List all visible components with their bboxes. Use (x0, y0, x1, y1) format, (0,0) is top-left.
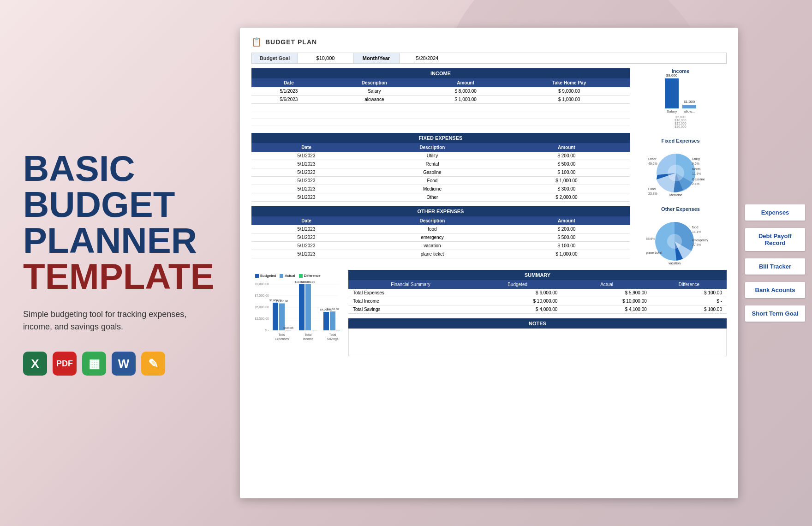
svg-point-14 (667, 234, 682, 249)
fe-col-amount: Amount (503, 143, 630, 152)
svg-text:food: food (692, 226, 699, 229)
fixed-expenses-pie: Utility 9.5% Rental 11.9% Gasoline 2.4% … (648, 146, 713, 197)
legend-actual (280, 274, 283, 278)
svg-text:2.4%: 2.4% (692, 182, 699, 185)
title-line2: BUDGET (23, 186, 217, 222)
summary-table: Financial Summary Budgeted Actual Differ… (348, 280, 727, 314)
app-icons-row: X PDF ▦ W ✎ (23, 352, 217, 376)
pages-icon: ✎ (141, 352, 165, 376)
budget-icon: 📋 (251, 37, 262, 47)
svg-text:Total: Total (279, 333, 286, 336)
month-year-value: 5/28/2024 (400, 53, 455, 63)
sidebar-bill-btn[interactable]: Bill Tracker (745, 258, 805, 275)
svg-rect-50 (330, 311, 335, 330)
svg-text:Income: Income (303, 337, 314, 341)
income-section: INCOME Date Description Amount Take Home… (251, 68, 727, 128)
svg-text:Expenses: Expenses (275, 337, 289, 341)
svg-text:Medicine: Medicine (669, 193, 682, 197)
fixed-expenses-table: FIXED EXPENSES Date Description Amount 5… (251, 133, 630, 202)
sidebar-bank-btn[interactable]: Bank Acounts (745, 282, 805, 298)
subtitle: Simple budgeting tool for tracking expen… (23, 308, 198, 333)
income-r2-date: 5/6/2023 (251, 96, 326, 104)
summary-chart: Budgeted Actual Difference $10,000.00 $7… (251, 270, 344, 356)
summary-col-actual: Actual (562, 280, 651, 289)
title-line4: TEMPLATE (23, 258, 217, 294)
left-panel: BASIC BUDGET PLANNER TEMPLATE Simple bud… (0, 0, 240, 526)
summary-section-title: SUMMARY (348, 270, 727, 280)
svg-text:Savings: Savings (327, 337, 339, 341)
svg-text:vacation: vacation (669, 262, 681, 265)
svg-text:$7,500.00: $7,500.00 (255, 294, 269, 297)
income-chart: Income $9,000 Salary $1,000 allow... $5,… (634, 68, 727, 128)
income-table-container: INCOME Date Description Amount Take Home… (251, 68, 630, 128)
fe-row-4: 5/1/2023 Food $ 1,000.00 (251, 177, 630, 185)
svg-text:$    -: $ - (265, 329, 269, 332)
summary-col-financial: Financial Summary (348, 280, 473, 289)
svg-text:Rental: Rental (692, 167, 702, 171)
income-r1-desc: Salary (326, 87, 423, 96)
fe-row-3: 5/1/2023 Gasoline $ 100.00 (251, 168, 630, 177)
svg-text:$10,000.00: $10,000.00 (255, 282, 269, 286)
notes-body[interactable] (348, 329, 727, 356)
svg-point-1 (668, 165, 684, 181)
oe-col-desc: Description (361, 216, 503, 225)
svg-text:Gasoline: Gasoline (692, 178, 705, 181)
fe-chart-title: Fixed Expenses (661, 138, 699, 143)
summary-table-container: SUMMARY Financial Summary Budgeted Actua… (348, 270, 727, 356)
svg-rect-33 (273, 303, 278, 330)
svg-rect-43 (305, 284, 311, 330)
income-col-amount: Amount (423, 78, 508, 87)
other-expenses-chart: Other Expenses food 11.1% emergency 27.8… (634, 206, 727, 265)
svg-text:Utility: Utility (692, 157, 700, 161)
svg-text:27.8%: 27.8% (692, 243, 701, 246)
income-table: INCOME Date Description Amount Take Home… (251, 68, 630, 126)
sidebar-debt-btn[interactable]: Debt Payoff Record (745, 228, 805, 251)
other-expenses-table: OTHER EXPENSES Date Description Amount 5… (251, 206, 630, 258)
summary-legend: Budgeted Actual Difference (255, 274, 340, 278)
income-r1-takehome: $ 9,000.00 (508, 87, 630, 96)
income-r1-date: 5/1/2023 (251, 87, 326, 96)
summary-bar-chart-svg: $10,000.00 $7,500.00 $5,000.00 $2,500.00… (255, 281, 343, 345)
svg-text:55.6%: 55.6% (646, 237, 655, 240)
svg-text:23.8%: 23.8% (648, 192, 657, 195)
doc-header: 📋 BUDGET PLAN (251, 37, 727, 47)
svg-text:Food: Food (648, 187, 656, 191)
svg-rect-41 (299, 284, 304, 330)
income-r1-amount: $ 8,000.00 (423, 87, 508, 96)
svg-text:Total: Total (305, 333, 312, 336)
main-title: BASIC BUDGET PLANNER TEMPLATE (23, 150, 217, 294)
oe-row-4: 5/1/2023 plane ticket $ 1,000.00 (251, 250, 630, 258)
notes-section-title: NOTES (348, 318, 727, 329)
fixed-expenses-section: FIXED EXPENSES Date Description Amount 5… (251, 133, 727, 202)
svg-text:$2,500.00: $2,500.00 (255, 317, 269, 320)
svg-text:Total: Total (329, 333, 336, 336)
fe-row-5: 5/1/2023 Medicine $ 300.00 (251, 185, 630, 193)
income-r2-desc: alowance (326, 96, 423, 104)
sheets-icon: ▦ (82, 352, 106, 376)
month-year-label: Month/Year (353, 53, 400, 63)
doc-title: BUDGET PLAN (265, 38, 317, 46)
oe-row-2: 5/1/2023 emergency $ 500.00 (251, 233, 630, 242)
oe-chart-title: Other Expenses (661, 206, 700, 212)
fe-col-desc: Description (361, 143, 503, 152)
fixed-expenses-table-container: FIXED EXPENSES Date Description Amount 5… (251, 133, 630, 202)
word-icon: W (112, 352, 136, 376)
svg-rect-45 (312, 330, 317, 331)
income-row-2: 5/6/2023 alowance $ 1,000.00 $ 1,000.00 (251, 96, 630, 104)
sidebar-expenses-btn[interactable]: Expenses (745, 204, 805, 221)
right-sidebar: Expenses Debt Payoff Record Bill Tracker… (738, 0, 812, 526)
svg-text:$10,000.00: $10,000.00 (301, 281, 316, 283)
title-line3: PLANNER (23, 222, 217, 258)
sidebar-goal-btn[interactable]: Short Term Goal (745, 305, 805, 322)
summary-row-expenses: Total Expenses $ 6,000.00 $ 5,900.00 $ 1… (348, 289, 727, 297)
income-col-takehome: Take Home Pay (508, 78, 630, 87)
legend-difference (299, 274, 303, 278)
svg-rect-52 (336, 330, 340, 330)
budget-goal-value: $10,000 (298, 53, 353, 63)
budget-goal-row: Budget Goal $10,000 Month/Year 5/28/2024 (251, 53, 727, 64)
other-expenses-pie: food 11.1% emergency 27.8% plane ticket … (646, 215, 715, 265)
svg-text:49.2%: 49.2% (648, 162, 657, 165)
summary-col-difference: Difference (651, 280, 727, 289)
svg-rect-48 (323, 312, 329, 330)
income-section-title: INCOME (251, 68, 630, 78)
